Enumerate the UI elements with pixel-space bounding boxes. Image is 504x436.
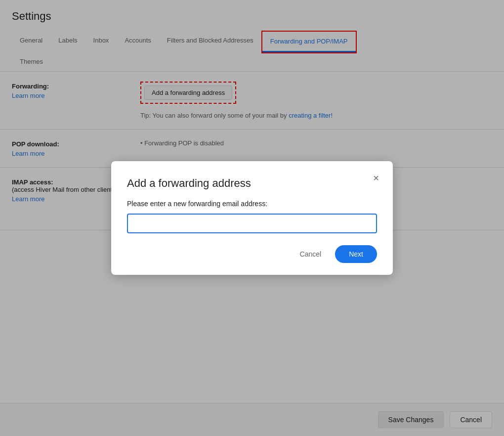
modal-next-button[interactable]: Next [335, 245, 377, 263]
modal-close-button[interactable]: × [369, 171, 383, 185]
modal-cancel-button[interactable]: Cancel [292, 246, 330, 262]
forwarding-email-input[interactable] [127, 214, 377, 233]
modal-dialog: × Add a forwarding address Please enter … [111, 161, 393, 275]
modal-overlay: × Add a forwarding address Please enter … [0, 0, 504, 436]
modal-actions: Cancel Next [127, 245, 377, 263]
modal-title: Add a forwarding address [127, 177, 377, 190]
modal-input-label: Please enter a new forwarding email addr… [127, 200, 377, 208]
